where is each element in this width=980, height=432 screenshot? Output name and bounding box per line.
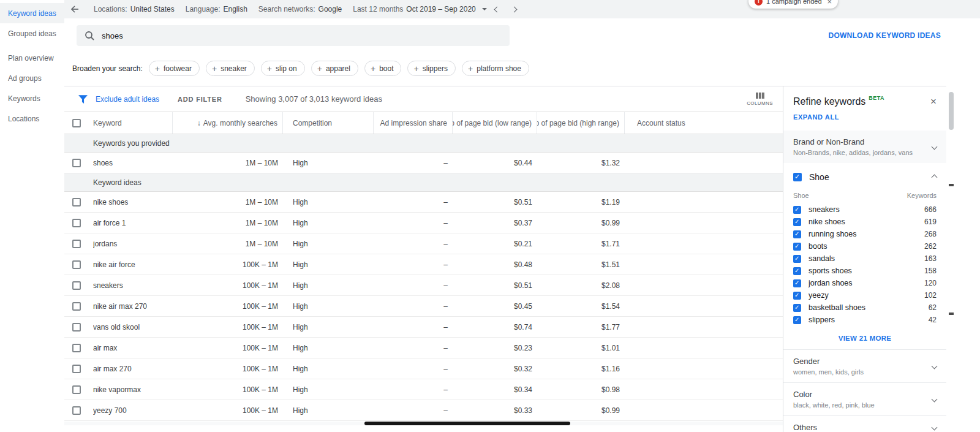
keyword-cell: nike shoes [93, 198, 173, 207]
refine-item[interactable]: basketball shoes 62 [783, 301, 946, 314]
table-row[interactable]: nike air max 270 100K – 1M High – $0.45 … [64, 296, 783, 317]
row-checkbox[interactable] [72, 260, 81, 269]
refine-item[interactable]: yeezy 102 [783, 289, 946, 301]
sidebar-item-plan-overview[interactable]: Plan overview [0, 48, 64, 68]
download-keyword-ideas-button[interactable]: DOWNLOAD KEYWORD IDEAS [829, 31, 941, 40]
row-checkbox[interactable] [72, 302, 81, 311]
chip-boot[interactable]: +boot [364, 61, 402, 76]
horizontal-scrollbar[interactable] [64, 422, 783, 425]
table-row[interactable]: shoes 1M – 10M High – $0.44 $1.32 [64, 153, 783, 173]
competition-header[interactable]: Competition [283, 112, 374, 134]
table-row[interactable]: air max 270 100K – 1M High – $0.32 $1.16 [64, 358, 783, 379]
row-checkbox[interactable] [72, 219, 81, 227]
campaign-ended-notification[interactable]: ! 1 campaign ended × [748, 0, 838, 9]
gender-group[interactable]: Gender women, men, kids, girls [783, 350, 946, 382]
keyword-header[interactable]: Keyword [93, 112, 173, 134]
columns-button[interactable]: COLUMNS [747, 93, 773, 106]
row-checkbox[interactable] [72, 323, 81, 332]
refine-item-checkbox[interactable] [793, 206, 801, 214]
refine-item-count: 42 [929, 316, 937, 324]
refine-item-checkbox[interactable] [793, 316, 801, 324]
row-checkbox[interactable] [72, 159, 81, 167]
avg-monthly-searches-cell: 1M – 10M [173, 159, 283, 167]
table-row[interactable]: nike vapormax 100K – 1M High – $0.34 $0.… [64, 379, 783, 400]
row-checkbox[interactable] [72, 365, 81, 373]
back-arrow-icon[interactable] [67, 0, 83, 18]
chip-sneaker[interactable]: +sneaker [206, 61, 255, 76]
add-filter-button[interactable]: ADD FILTER [178, 96, 222, 103]
row-checkbox[interactable] [72, 344, 81, 352]
refine-item-checkbox[interactable] [793, 255, 801, 263]
date-range-setting[interactable]: Last 12 months Oct 2019 – Sep 2020 [353, 5, 486, 13]
refine-item-checkbox[interactable] [793, 230, 801, 238]
filter-bar: Exclude adult ideas ADD FILTER Showing 3… [64, 86, 783, 112]
refine-item-checkbox[interactable] [793, 243, 801, 251]
ad-impression-share-cell: – [374, 198, 453, 207]
avg-monthly-searches-header[interactable]: ↓ Avg. monthly searches [173, 112, 283, 134]
horizontal-scrollbar-thumb[interactable] [364, 422, 570, 425]
locations-setting[interactable]: Locations: United States [94, 5, 175, 13]
row-checkbox[interactable] [72, 385, 81, 394]
refine-item[interactable]: jordan shoes 120 [783, 277, 946, 289]
ad-impression-share-header[interactable]: Ad impression share [374, 112, 453, 134]
table-row[interactable]: sneakers 100K – 1M High – $0.51 $2.08 [64, 275, 783, 296]
exclude-adult-ideas-link[interactable]: Exclude adult ideas [96, 95, 159, 104]
row-checkbox[interactable] [72, 406, 81, 415]
refine-item-checkbox[interactable] [793, 218, 801, 226]
table-row[interactable]: yeezy 700 100K – 1M High – $0.33 $0.99 [64, 400, 783, 421]
chip-apparel[interactable]: +apparel [311, 61, 358, 76]
row-checkbox[interactable] [72, 240, 81, 248]
expand-all-link[interactable]: EXPAND ALL [783, 107, 946, 128]
previous-period-chevron[interactable] [491, 0, 504, 18]
refine-item[interactable]: sneakers 666 [783, 203, 946, 216]
refine-item[interactable]: boots 262 [783, 240, 946, 252]
account-status-header[interactable]: Account status [625, 112, 783, 134]
row-checkbox[interactable] [72, 198, 81, 207]
refine-item-checkbox[interactable] [793, 279, 801, 287]
chip-footwear[interactable]: +footwear [149, 61, 200, 76]
table-row[interactable]: vans old skool 100K – 1M High – $0.74 $1… [64, 317, 783, 338]
filter-icon[interactable] [78, 95, 88, 104]
shoe-group-header[interactable]: Shoe [783, 163, 946, 187]
vertical-scrollbar[interactable] [949, 87, 954, 430]
notification-close-icon[interactable]: × [827, 0, 832, 6]
refine-item[interactable]: sports shoes 158 [783, 265, 946, 277]
sidebar-item-locations[interactable]: Locations [0, 108, 64, 129]
table-row[interactable]: air force 1 1M – 10M High – $0.37 $0.99 [64, 213, 783, 233]
shoe-group-title: Shoe [809, 172, 932, 182]
refine-item-checkbox[interactable] [793, 304, 801, 312]
color-group[interactable]: Color black, white, red, pink, blue [783, 383, 946, 415]
vertical-scrollbar-thumb[interactable] [949, 92, 954, 130]
refine-close-icon[interactable]: × [930, 96, 937, 107]
sidebar-item-keyword-ideas[interactable]: Keyword ideas [0, 3, 64, 23]
top-bid-high-header[interactable]: Top of page bid (high range) [537, 112, 625, 134]
shoe-group-checkbox[interactable] [793, 173, 802, 181]
table-row[interactable]: nike shoes 1M – 10M High – $0.51 $1.19 [64, 192, 783, 213]
others-group[interactable]: Others [783, 416, 946, 432]
view-more-link[interactable]: VIEW 21 MORE [783, 326, 946, 349]
sidebar-item-keywords[interactable]: Keywords [0, 88, 64, 108]
language-setting[interactable]: Language: English [186, 5, 247, 13]
next-period-chevron[interactable] [508, 0, 521, 18]
refine-item[interactable]: nike shoes 619 [783, 216, 946, 228]
chip-slippers[interactable]: +slippers [407, 61, 456, 76]
sidebar-item-ad-groups[interactable]: Ad groups [0, 68, 64, 88]
brand-group[interactable]: Brand or Non-Brand Non-Brands, nike, adi… [783, 131, 946, 163]
select-all-checkbox[interactable] [72, 119, 81, 127]
row-checkbox[interactable] [72, 281, 81, 290]
table-row[interactable]: air max 100K – 1M High – $0.23 $1.01 [64, 338, 783, 358]
sidebar-item-grouped-ideas[interactable]: Grouped ideas [0, 23, 64, 44]
refine-item[interactable]: running shoes 268 [783, 228, 946, 240]
table-row[interactable]: jordans 1M – 10M High – $0.21 $1.71 [64, 233, 783, 254]
refine-item[interactable]: slippers 42 [783, 314, 946, 326]
refine-item-checkbox[interactable] [793, 292, 801, 300]
keyword-search-input[interactable]: shoes [77, 25, 510, 46]
ad-impression-share-cell: – [374, 281, 453, 290]
refine-item[interactable]: sandals 163 [783, 252, 946, 265]
table-row[interactable]: nike air force 100K – 1M High – $0.48 $1… [64, 254, 783, 275]
refine-item-checkbox[interactable] [793, 267, 801, 275]
search-networks-setting[interactable]: Search networks: Google [258, 5, 342, 13]
chip-slip-on[interactable]: +slip on [261, 61, 305, 76]
chip-platform-shoe[interactable]: +platform shoe [462, 61, 529, 76]
top-bid-low-header[interactable]: Top of page bid (low range) [453, 112, 537, 134]
